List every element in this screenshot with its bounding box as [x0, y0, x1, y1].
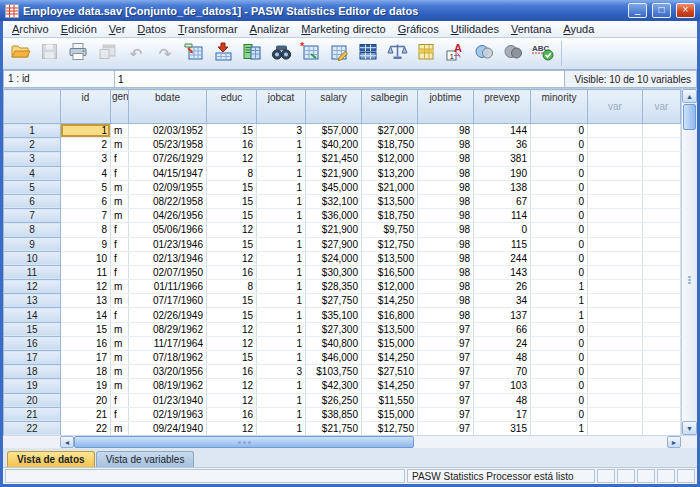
- data-cell[interactable]: 01/11/1966: [129, 280, 207, 294]
- data-cell[interactable]: 03/20/1956: [129, 365, 207, 379]
- data-cell[interactable]: 98: [418, 251, 474, 265]
- data-cell[interactable]: 97: [418, 421, 474, 435]
- data-cell[interactable]: 02/03/1952: [129, 124, 207, 138]
- column-header-salbegin[interactable]: salbegin: [362, 90, 418, 124]
- data-cell[interactable]: m: [111, 365, 129, 379]
- column-header-gender[interactable]: gender: [111, 90, 129, 124]
- data-cell-empty[interactable]: [588, 194, 643, 208]
- data-cell[interactable]: 0: [531, 138, 588, 152]
- scroll-down-icon[interactable]: ▼: [682, 421, 697, 435]
- data-cell[interactable]: 66: [474, 322, 531, 336]
- row-number[interactable]: 1: [4, 124, 61, 138]
- menu-transformar[interactable]: Transformar: [172, 22, 244, 36]
- data-cell-empty[interactable]: [643, 124, 681, 138]
- data-cell-empty[interactable]: [643, 223, 681, 237]
- spell-check-button[interactable]: ABC: [528, 41, 556, 66]
- data-cell[interactable]: m: [111, 322, 129, 336]
- data-cell[interactable]: 381: [474, 152, 531, 166]
- row-number[interactable]: 7: [4, 209, 61, 223]
- data-cell[interactable]: 0: [474, 223, 531, 237]
- data-cell-empty[interactable]: [643, 365, 681, 379]
- data-cell[interactable]: 01/23/1946: [129, 237, 207, 251]
- data-cell[interactable]: 3: [257, 124, 306, 138]
- data-cell[interactable]: $15,000: [362, 336, 418, 350]
- data-cell[interactable]: 97: [418, 393, 474, 407]
- data-cell[interactable]: 9: [61, 237, 111, 251]
- data-cell[interactable]: $14,250: [362, 294, 418, 308]
- column-header-bdate[interactable]: bdate: [129, 90, 207, 124]
- data-cell[interactable]: $27,000: [362, 124, 418, 138]
- data-cell[interactable]: 8: [61, 223, 111, 237]
- data-cell[interactable]: 1: [257, 351, 306, 365]
- data-cell-empty[interactable]: [643, 265, 681, 279]
- data-cell[interactable]: 1: [257, 280, 306, 294]
- data-cell-empty[interactable]: [588, 237, 643, 251]
- data-cell[interactable]: 15: [207, 308, 257, 322]
- data-cell[interactable]: m: [111, 124, 129, 138]
- data-cell-empty[interactable]: [643, 194, 681, 208]
- data-cell[interactable]: 244: [474, 251, 531, 265]
- vertical-scroll-thumb[interactable]: [683, 104, 696, 130]
- data-cell[interactable]: 02/13/1946: [129, 251, 207, 265]
- data-cell[interactable]: $12,750: [362, 237, 418, 251]
- data-cell[interactable]: f: [111, 166, 129, 180]
- data-cell-empty[interactable]: [588, 379, 643, 393]
- show-all-variables-button[interactable]: [499, 41, 527, 66]
- row-number[interactable]: 12: [4, 280, 61, 294]
- data-cell[interactable]: $14,250: [362, 351, 418, 365]
- data-cell[interactable]: 08/29/1962: [129, 322, 207, 336]
- data-cell[interactable]: 70: [474, 365, 531, 379]
- insert-variable-button[interactable]: [325, 41, 353, 66]
- data-cell-empty[interactable]: [643, 407, 681, 421]
- data-cell[interactable]: 97: [418, 336, 474, 350]
- data-cell[interactable]: 0: [531, 166, 588, 180]
- goto-case-button[interactable]: [180, 41, 208, 66]
- column-header-var-2[interactable]: var: [643, 90, 681, 124]
- data-cell-empty[interactable]: [588, 421, 643, 435]
- data-cell[interactable]: 1: [257, 166, 306, 180]
- data-cell[interactable]: $27,510: [362, 365, 418, 379]
- data-cell[interactable]: 04/26/1956: [129, 209, 207, 223]
- data-cell[interactable]: $42,300: [306, 379, 362, 393]
- data-cell-empty[interactable]: [643, 280, 681, 294]
- data-cell[interactable]: 0: [531, 265, 588, 279]
- data-cell[interactable]: 34: [474, 294, 531, 308]
- data-cell[interactable]: 4: [61, 166, 111, 180]
- data-cell[interactable]: 09/24/1940: [129, 421, 207, 435]
- data-cell[interactable]: $21,900: [306, 166, 362, 180]
- data-cell[interactable]: $12,000: [362, 152, 418, 166]
- row-number[interactable]: 18: [4, 365, 61, 379]
- data-cell[interactable]: 1: [531, 421, 588, 435]
- data-cell[interactable]: 98: [418, 223, 474, 237]
- data-cell[interactable]: 98: [418, 152, 474, 166]
- data-cell[interactable]: $13,500: [362, 322, 418, 336]
- data-cell[interactable]: 02/09/1955: [129, 180, 207, 194]
- data-cell-empty[interactable]: [643, 322, 681, 336]
- data-cell[interactable]: m: [111, 379, 129, 393]
- data-cell-empty[interactable]: [588, 166, 643, 180]
- data-cell[interactable]: 8: [207, 166, 257, 180]
- data-cell[interactable]: 0: [531, 351, 588, 365]
- row-number[interactable]: 5: [4, 180, 61, 194]
- data-cell[interactable]: 17: [474, 407, 531, 421]
- data-cell-empty[interactable]: [643, 308, 681, 322]
- data-cell[interactable]: f: [111, 237, 129, 251]
- column-header-jobtime[interactable]: jobtime: [418, 90, 474, 124]
- data-cell[interactable]: 67: [474, 194, 531, 208]
- data-cell[interactable]: 1: [257, 237, 306, 251]
- data-cell[interactable]: $21,750: [306, 421, 362, 435]
- scroll-left-icon[interactable]: ◄: [60, 436, 74, 448]
- data-cell[interactable]: 190: [474, 166, 531, 180]
- data-cell[interactable]: 0: [531, 407, 588, 421]
- cell-editor-input[interactable]: [115, 70, 565, 88]
- data-cell[interactable]: m: [111, 180, 129, 194]
- data-cell[interactable]: 1: [257, 180, 306, 194]
- data-cell[interactable]: f: [111, 393, 129, 407]
- use-variable-sets-button[interactable]: [470, 41, 498, 66]
- menu-marketing-directo[interactable]: Marketing directo: [295, 22, 391, 36]
- data-cell-empty[interactable]: [643, 180, 681, 194]
- vertical-scroll-track[interactable]: [682, 131, 697, 421]
- menu-datos[interactable]: Datos: [131, 22, 172, 36]
- find-button[interactable]: [267, 41, 295, 66]
- data-cell[interactable]: $36,000: [306, 209, 362, 223]
